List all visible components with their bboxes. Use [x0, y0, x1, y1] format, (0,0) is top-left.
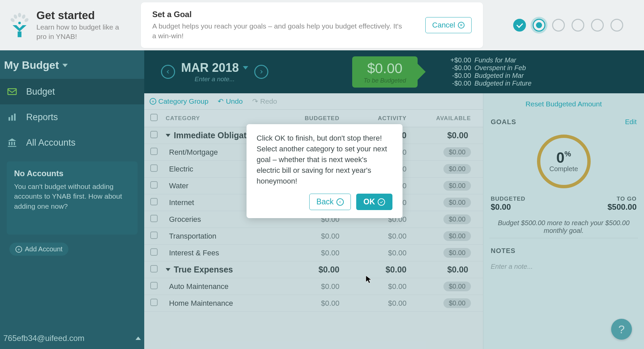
row-checkbox[interactable]	[150, 148, 158, 155]
gauge-percent: 0	[556, 149, 564, 166]
month-picker[interactable]: MAR 2018	[181, 61, 248, 75]
row-checkbox[interactable]	[150, 215, 158, 222]
reset-budgeted-link[interactable]: Reset Budgeted Amount	[489, 97, 638, 111]
step-dot-2[interactable]	[533, 19, 545, 32]
row-checkbox[interactable]	[150, 164, 158, 172]
notes-input[interactable]: Enter a note...	[489, 261, 638, 272]
row-checkbox[interactable]	[150, 299, 158, 306]
redo-icon: ↷	[252, 97, 258, 105]
back-label: Back	[316, 197, 333, 206]
chevron-down-icon	[62, 64, 68, 67]
available-pill[interactable]: $0.00	[443, 147, 471, 157]
onboarding-intro: Get started Learn how to budget like a p…	[10, 8, 131, 42]
budgeted-label: BUDGETED	[491, 196, 525, 202]
group-checkbox[interactable]	[150, 131, 158, 138]
row-checkbox[interactable]	[150, 181, 158, 189]
step-dot-6[interactable]	[610, 19, 623, 32]
next-month-button[interactable]	[254, 65, 268, 79]
row-checkbox[interactable]	[150, 248, 158, 256]
sidebar-footer[interactable]: 765efb34@uifeed.com	[0, 328, 144, 349]
chevron-left-circle-icon	[336, 198, 344, 206]
sidebar-item-reports[interactable]: Reports	[0, 104, 144, 130]
chevron-down-icon	[243, 66, 248, 69]
add-category-group-button[interactable]: + Category Group	[150, 97, 208, 105]
category-row[interactable]: Home Maintenance$0.00$0.00$0.00	[144, 295, 483, 312]
row-checkbox[interactable]	[150, 198, 158, 205]
sidebar-item-label: Reports	[26, 112, 58, 122]
sidebar: My Budget Budget Reports All Accounts No…	[0, 50, 144, 349]
no-accounts-title: No Accounts	[14, 169, 130, 178]
cell-budgeted[interactable]: $0.00	[272, 299, 339, 308]
category-group-row[interactable]: True Expenses$0.00$0.00$0.00	[144, 261, 483, 278]
summary-amount: -$0.00	[448, 80, 471, 87]
category-row[interactable]: Interest & Fees$0.00$0.00$0.00	[144, 245, 483, 261]
group-checkbox[interactable]	[150, 265, 158, 272]
close-circle-icon: ✕	[458, 22, 465, 29]
available-pill[interactable]: $0.00	[443, 298, 471, 308]
svg-point-3	[10, 17, 15, 23]
category-name: Transportation	[169, 232, 216, 241]
select-all-checkbox[interactable]	[150, 114, 158, 121]
ok-label: OK	[364, 197, 375, 206]
no-accounts-text: You can't budget without adding accounts…	[14, 182, 130, 211]
col-category: CATEGORY	[166, 115, 272, 122]
category-name: Groceries	[169, 215, 201, 224]
back-button[interactable]: Back	[309, 194, 351, 210]
edit-goal-link[interactable]: Edit	[625, 118, 637, 126]
row-checkbox[interactable]	[150, 232, 158, 239]
summary-amount: -$0.00	[448, 72, 471, 80]
help-button[interactable]: ?	[611, 319, 632, 340]
svg-point-1	[13, 14, 18, 19]
category-row[interactable]: Auto Maintenance$0.00$0.00$0.00	[144, 278, 483, 295]
available-pill[interactable]: $0.00	[443, 231, 471, 241]
bars-icon	[6, 111, 18, 123]
cell-activity: $0.00	[339, 299, 407, 308]
redo-button[interactable]: ↷ Redo	[252, 97, 277, 105]
available-pill[interactable]: $0.00	[443, 198, 471, 207]
undo-button[interactable]: ↶ Undo	[218, 97, 243, 105]
cell-budgeted[interactable]: $0.00	[272, 282, 339, 291]
add-account-button[interactable]: + Add Account	[9, 243, 68, 256]
available-pill[interactable]: $0.00	[443, 214, 471, 224]
cancel-button[interactable]: Cancel ✕	[425, 17, 472, 33]
available-pill[interactable]: $0.00	[443, 282, 471, 291]
budget-switcher[interactable]: My Budget	[0, 56, 144, 79]
svg-point-0	[18, 13, 21, 17]
category-row[interactable]: Transportation$0.00$0.00$0.00	[144, 228, 483, 245]
onboarding-progress	[513, 19, 623, 32]
sidebar-item-label: All Accounts	[26, 138, 75, 148]
category-name: Rent/Mortgage	[169, 148, 218, 157]
toolbar-label: Category Group	[158, 97, 208, 105]
tbb-label: To be Budgeted	[364, 77, 406, 84]
available-pill[interactable]: $0.00	[443, 181, 471, 191]
prev-month-button[interactable]	[161, 65, 175, 79]
step-dot-4[interactable]	[572, 19, 584, 32]
step-dot-5[interactable]	[591, 19, 604, 32]
available-pill[interactable]: $0.00	[443, 164, 471, 174]
cell-activity: $0.00	[339, 282, 407, 291]
add-account-label: Add Account	[25, 245, 62, 253]
summary-label: Budgeted in Future	[475, 80, 532, 87]
step-dot-1[interactable]	[513, 19, 526, 32]
ok-button[interactable]: OK	[356, 194, 393, 210]
month-note-input[interactable]: Enter a note...	[181, 76, 248, 83]
undo-icon: ↶	[218, 97, 224, 105]
cell-budgeted[interactable]: $0.00	[272, 232, 339, 241]
svg-point-5	[18, 22, 21, 24]
chevron-down-icon	[166, 134, 170, 137]
available-pill[interactable]: $0.00	[443, 248, 471, 258]
month-header: MAR 2018 Enter a note... $0.00 To be Bud…	[144, 50, 644, 93]
group-available: $0.00	[407, 265, 477, 275]
budget-name: My Budget	[4, 59, 59, 71]
sidebar-item-accounts[interactable]: All Accounts	[0, 130, 144, 155]
sidebar-item-budget[interactable]: Budget	[0, 79, 144, 104]
inspector-panel: Reset Budgeted Amount GOALS Edit 0% Comp…	[483, 93, 644, 349]
month-label-text: MAR 2018	[181, 61, 239, 75]
row-checkbox[interactable]	[150, 282, 158, 289]
step-dot-3[interactable]	[552, 19, 565, 32]
budgeted-value: $0.00	[491, 202, 525, 212]
cell-budgeted[interactable]: $0.00	[272, 249, 339, 257]
group-budgeted: $0.00	[272, 265, 339, 275]
month-nav: MAR 2018 Enter a note...	[161, 61, 268, 83]
svg-point-2	[21, 14, 26, 19]
